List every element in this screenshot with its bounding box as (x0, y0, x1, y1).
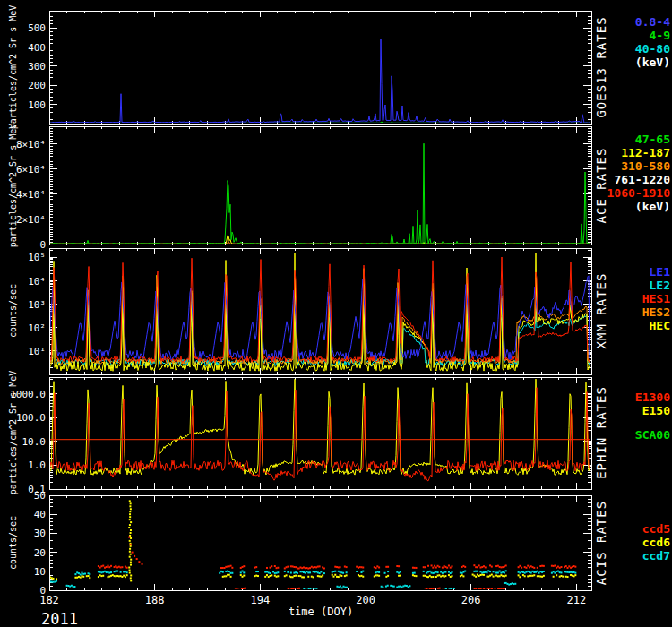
x-tick-label: 182 (39, 594, 59, 606)
ace-frame (49, 126, 591, 245)
legend-item: ccd6 (642, 536, 670, 549)
legend-item: 40-80 (635, 42, 670, 56)
ace-ytick-label: 2×10⁴ (16, 214, 46, 226)
acis-ytick-label: 30 (34, 528, 46, 539)
panel-title-xmm: XMM RATES (594, 273, 608, 349)
x-tick-label: 194 (251, 594, 271, 606)
legend-item: 112-187 (607, 146, 670, 159)
panel-ephin: 0.11.010.0100.01000.0 (10, 377, 591, 495)
legend-item: HEC (642, 319, 670, 332)
series-HES2 (49, 278, 591, 365)
legend-item: ccd5 (642, 522, 670, 536)
panel-title-goes13: GOES13 RATES (594, 16, 608, 117)
x-tick-label: 206 (461, 594, 481, 606)
ace-ticks (49, 126, 591, 245)
goes13-ytick-label: 500 (28, 22, 46, 34)
ace-ytick-label: 0 (39, 239, 46, 251)
acis-ytick-label: 10 (34, 566, 46, 578)
legend-item: ccd7 (642, 549, 670, 563)
year-label: 2011 (41, 610, 78, 627)
x-axis-label: time (DOY) (289, 606, 353, 618)
legend-item: 761-1220 (607, 173, 670, 186)
ace-ytick-label: 4×10⁴ (16, 189, 46, 201)
ylabel-acis: counts/sec (8, 516, 18, 570)
panel-ace: 02×10⁴4×10⁴6×10⁴8×10⁴ (16, 126, 591, 251)
panel-title-acis: ACIS RATES (594, 501, 608, 585)
legend-unit: (keV) (607, 200, 670, 213)
goes13-ytick-label: 400 (28, 42, 46, 54)
xmm-ytick-label: 10⁵ (28, 252, 46, 263)
goes13-ytick-label: 300 (28, 61, 46, 73)
ylabel-goes13: particles/cm^2 Sr s MeV (8, 5, 18, 129)
acis-ytick-label: 40 (34, 509, 46, 520)
legend-unit: (keV) (635, 56, 670, 69)
legend-item: SCA00 (635, 428, 670, 442)
legend-item: LE2 (642, 279, 670, 292)
legend-item: HES2 (642, 305, 670, 319)
ephin-ytick-label: 100.0 (16, 412, 46, 424)
xmm-ytick-label: 10³ (28, 299, 46, 311)
panel-xmm: 10¹10²10³10⁴10⁵ (28, 248, 591, 374)
ylabel-ephin: particles/cm^2 Sr s MeV (8, 371, 18, 494)
xmm-ytick-label: 10⁴ (28, 276, 46, 288)
multi-panel-chart: 10020030040050002×10⁴4×10⁴6×10⁴8×10⁴10¹1… (0, 0, 672, 627)
xmm-ytick-label: 10¹ (28, 346, 46, 357)
series-HES1 (49, 257, 591, 362)
acis-ytick-label: 50 (34, 490, 46, 502)
legend-item: 47-65 (607, 133, 670, 146)
radiation-rates-multipanel-plot: 10020030040050002×10⁴4×10⁴6×10⁴8×10⁴10¹1… (0, 0, 672, 627)
goes13-ytick-label: 200 (28, 80, 46, 91)
goes13-ytick-label: 100 (28, 99, 46, 111)
acis-series (49, 500, 576, 591)
x-tick-label: 188 (145, 594, 165, 606)
legend-item: 1060-1910 (607, 186, 670, 200)
ace-ytick-label: 8×10⁴ (16, 139, 46, 150)
xmm-series (49, 253, 591, 371)
goes13-series (49, 39, 591, 124)
goes13-frame (49, 11, 591, 124)
panel-acis: 01020304050 (34, 490, 591, 597)
acis-ytick-label: 20 (34, 547, 46, 559)
legend-item: 0.8-4 (635, 15, 670, 29)
legend-xmm: LE1 LE2 HES1 HES2 HEC (642, 265, 670, 332)
legend-item: LE1 (642, 265, 670, 279)
ace-ytick-label: 6×10⁴ (16, 164, 46, 176)
legend-item: 310-580 (607, 159, 670, 173)
legend-acis: ccd5 ccd6 ccd7 (642, 522, 670, 563)
panel-title-ephin: EPHIN RATES (594, 386, 608, 479)
legend-item: HES1 (642, 292, 670, 305)
goes13-ticks (49, 11, 591, 124)
series-LE1 (49, 276, 591, 360)
ace-series (49, 143, 591, 244)
series-47-65 (49, 143, 591, 244)
ephin-ytick-label: 10.0 (22, 436, 47, 448)
legend-ephin: E1300 E150 SCA00 (635, 391, 670, 442)
ylabel-ace: particles/cm^2 Sr s MeV (8, 124, 18, 247)
x-tick-label: 212 (567, 594, 587, 606)
legend-item: E1300 (635, 391, 670, 404)
panel-goes13: 100200300400500 (28, 11, 591, 124)
series-0.8-4 (49, 39, 591, 124)
series-E1300 (49, 388, 591, 481)
ylabel-xmm: counts/sec (8, 284, 18, 338)
legend-item: 4-9 (635, 29, 670, 42)
legend-ace: 47-65 112-187 310-580 761-1220 1060-1910… (607, 133, 670, 213)
x-tick-label: 200 (356, 594, 375, 606)
ephin-ytick-label: 1.0 (28, 460, 46, 471)
legend-goes13: 0.8-4 4-9 40-80 (keV) (635, 15, 670, 69)
series-112-187 (49, 236, 591, 245)
xmm-ytick-label: 10² (28, 322, 46, 334)
legend-item: E150 (635, 404, 670, 417)
ephin-series (49, 379, 591, 481)
